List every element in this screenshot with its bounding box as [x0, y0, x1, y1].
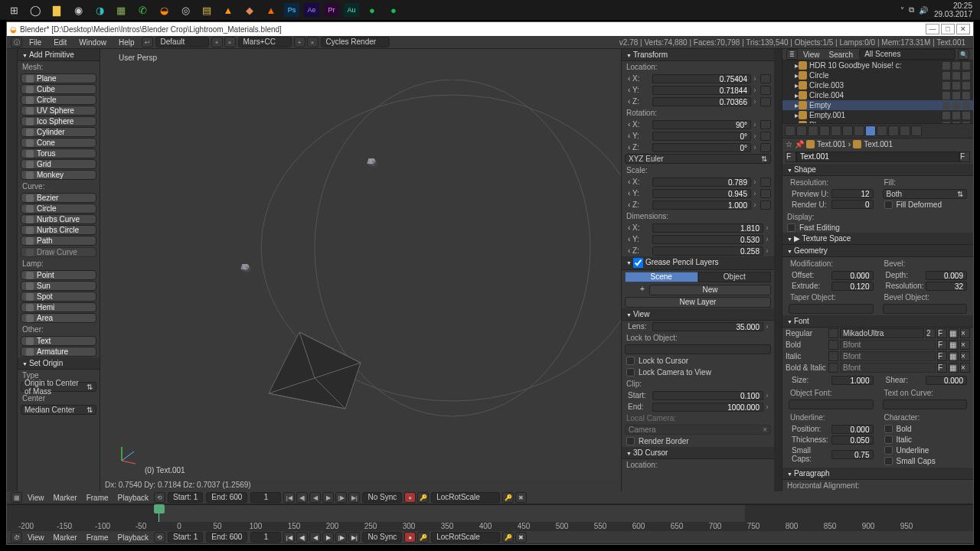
lock-cursor-check[interactable]: Lock to Cursor	[626, 356, 769, 366]
preview-u[interactable]: 12	[831, 189, 874, 198]
tl-sync-mode[interactable]: No Sync	[362, 532, 402, 543]
search-icon[interactable]: 🔍	[958, 49, 969, 60]
keying-set[interactable]: LocRotScale	[431, 492, 500, 503]
playback-menu[interactable]: Playback	[113, 494, 154, 502]
ul-thickness[interactable]: 0.050	[831, 435, 874, 445]
add-scene-icon[interactable]: +	[294, 37, 305, 47]
add-mesh-uv-sphere[interactable]: UV Sphere	[21, 106, 96, 116]
lock-icon[interactable]	[760, 189, 771, 198]
set-origin-header[interactable]: Set Origin	[18, 357, 100, 370]
current-frame[interactable]: 1	[250, 492, 281, 503]
screen-layout[interactable]: Default	[155, 37, 209, 47]
prop-tab-texture[interactable]	[888, 126, 899, 136]
tl-start-frame[interactable]: Start: 1	[168, 532, 203, 543]
app-icon[interactable]: ▤	[198, 2, 215, 18]
bevel-object[interactable]	[883, 304, 968, 314]
obs-icon[interactable]: ◎	[177, 2, 194, 18]
keyframe-prev-icon[interactable]: ◀|	[296, 492, 308, 503]
app-icon[interactable]: ◑	[91, 2, 108, 18]
tray-volume-icon[interactable]: 🔊	[919, 6, 928, 15]
outliner[interactable]: ▸ HDR 10 Goodbye Noise! c:▸ Circle▸ Circ…	[782, 60, 973, 124]
fill-deformed-check[interactable]: Fill Deformed	[884, 200, 966, 210]
prop-tab-particle[interactable]	[900, 126, 910, 136]
object-font[interactable]	[789, 399, 874, 409]
outliner-type-icon[interactable]: ≣	[786, 49, 798, 60]
vlc-icon[interactable]: ▲	[263, 2, 279, 18]
tl-view-menu[interactable]: View	[23, 533, 49, 542]
lock-icon[interactable]	[760, 97, 771, 106]
prop-tab-constraint[interactable]	[842, 126, 853, 136]
start-icon[interactable]: ⊞	[5, 2, 22, 18]
jump-end-icon[interactable]: ▶|	[348, 492, 360, 503]
jump-start-icon[interactable]: |◀	[283, 532, 295, 543]
loc-x[interactable]: 0.75404	[652, 74, 751, 83]
toolshelf-tabs[interactable]	[7, 49, 18, 491]
font-size[interactable]: 1.000	[831, 376, 874, 385]
menu-window[interactable]: Window	[73, 38, 113, 47]
smallcaps-scale[interactable]: 0.75	[831, 450, 874, 459]
font-bold[interactable]: Bfont	[840, 340, 936, 350]
add-mesh-cone[interactable]: Cone	[21, 138, 96, 148]
add-mesh-cube[interactable]: Cube	[21, 84, 96, 94]
jump-end-icon[interactable]: ▶|	[348, 532, 360, 543]
editor-type-icon[interactable]: ⓘ	[11, 37, 22, 47]
outliner-item[interactable]: ▸ Empty.001	[782, 110, 973, 120]
add-curve-nurbs-circle[interactable]: Nurbs Circle	[21, 225, 96, 235]
bevel-depth[interactable]: 0.009	[926, 271, 968, 280]
rot-x[interactable]: 90°	[652, 120, 751, 129]
minimize-button[interactable]: —	[926, 24, 939, 34]
font-bolditalic[interactable]: Bfont	[840, 363, 936, 373]
prop-tab-physics[interactable]	[911, 126, 922, 136]
add-mesh-monkey[interactable]: Monkey	[21, 170, 96, 180]
scl-x[interactable]: 0.789	[652, 178, 751, 187]
audition-icon[interactable]: Au	[344, 3, 359, 17]
add-mesh-ico-sphere[interactable]: Ico Sphere	[21, 116, 96, 126]
gp-newlayer-button[interactable]: New Layer	[625, 297, 771, 308]
autokey-icon[interactable]: ●	[404, 532, 416, 543]
aftereffects-icon[interactable]: Ae	[304, 3, 319, 17]
font-shear[interactable]: 0.000	[926, 376, 968, 385]
add-curve-bezier[interactable]: Bezier	[21, 193, 96, 203]
dim-y[interactable]: 0.530	[652, 235, 763, 244]
prop-tab-material[interactable]	[877, 126, 887, 136]
add-other-armature[interactable]: Armature	[21, 347, 96, 357]
geo-extrude[interactable]: 0.120	[831, 282, 874, 291]
close-button[interactable]: ✕	[956, 24, 970, 34]
geo-offset[interactable]: 0.000	[831, 271, 874, 280]
play-icon[interactable]: ▶	[322, 532, 334, 543]
clock[interactable]: 20:2529.03.2017	[934, 2, 972, 18]
gp-scene-tab[interactable]: Scene	[625, 272, 698, 282]
add-mesh-grid[interactable]: Grid	[21, 159, 96, 169]
prop-tab-render[interactable]	[785, 126, 795, 136]
start-frame[interactable]: Start: 1	[168, 492, 203, 503]
prop-tab-layers[interactable]	[796, 126, 807, 136]
center-dropdown[interactable]: Median Center⇅	[21, 405, 96, 415]
key-icon[interactable]: 🔑	[417, 492, 429, 503]
prop-tab-world[interactable]	[819, 126, 830, 136]
add-mesh-cylinder[interactable]: Cylinder	[21, 127, 96, 137]
marker-menu[interactable]: Marker	[49, 494, 82, 502]
char-underline-check[interactable]: Underline	[884, 445, 966, 455]
gp-edit-icon[interactable]	[625, 285, 635, 295]
datablock-name[interactable]: F F	[786, 152, 970, 162]
keyframe-next-icon[interactable]: |▶	[335, 532, 347, 543]
scl-y[interactable]: 0.945	[652, 189, 751, 198]
end-frame[interactable]: End: 600	[206, 492, 247, 503]
tl-frame-menu[interactable]: Frame	[82, 533, 113, 542]
timeline-canvas[interactable]: -200-150-100-500501001502002503003504004…	[7, 505, 973, 531]
rotation-mode[interactable]: XYZ Euler⇅	[625, 154, 771, 164]
gp-object-tab[interactable]: Object	[698, 272, 772, 282]
outliner-filter[interactable]: All Scenes	[859, 49, 956, 60]
photoshop-icon[interactable]: Ps	[284, 3, 299, 17]
font-italic[interactable]: Bfont	[840, 351, 936, 361]
shape-header[interactable]: Shape	[782, 164, 973, 176]
outliner-view[interactable]: View	[799, 51, 825, 59]
render-engine[interactable]: Cycles Render	[321, 37, 390, 47]
add-mesh-circle[interactable]: Circle	[21, 95, 96, 105]
font-header[interactable]: Font	[782, 315, 973, 328]
loc-y[interactable]: 0.71844	[652, 86, 751, 95]
gpencil-header[interactable]: Grease Pencil Layers	[622, 256, 774, 270]
origin-type-dropdown[interactable]: Origin to Center of Mass⇅	[21, 382, 96, 392]
n-scrollbar[interactable]	[774, 49, 782, 491]
loc-z[interactable]: 0.70366	[652, 97, 751, 106]
